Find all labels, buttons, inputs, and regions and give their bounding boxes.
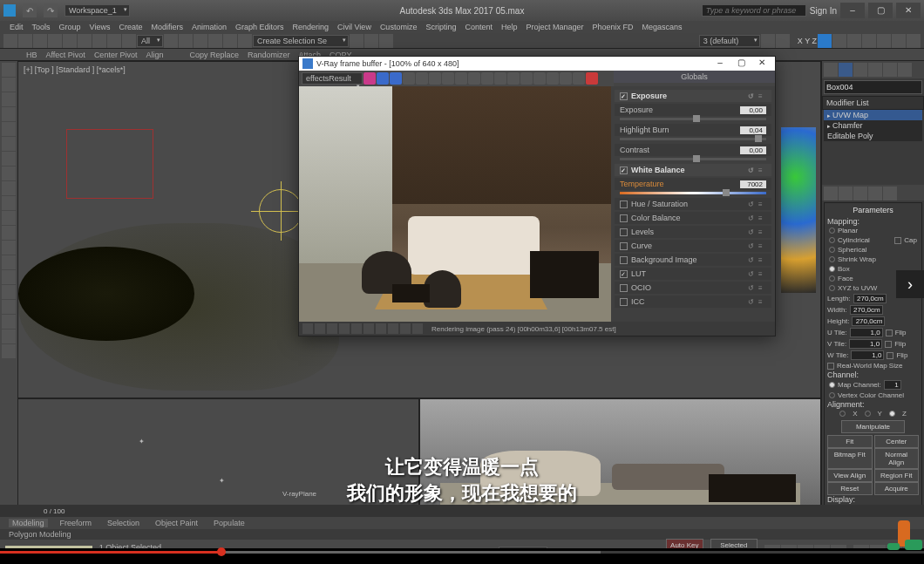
- hierarchy-tab-icon[interactable]: [853, 63, 867, 77]
- modifier-chamfer[interactable]: Chamfer: [824, 120, 922, 131]
- radio-cylindrical[interactable]: [829, 237, 835, 243]
- vfb-channel-dropdown[interactable]: effectsResult: [302, 72, 363, 85]
- viewport-label[interactable]: [+] [Top ] [Standard ] [*acels*]: [24, 65, 126, 74]
- tool-icon[interactable]: [2, 166, 16, 180]
- menu-icon[interactable]: ≡: [758, 228, 766, 236]
- ribbon-item[interactable]: Copy Replace: [189, 51, 239, 59]
- width-input[interactable]: 270,0cm: [850, 305, 883, 315]
- tab-modeling[interactable]: Modeling: [9, 519, 48, 527]
- vfb-tool-icon[interactable]: [520, 72, 533, 85]
- sign-in-button[interactable]: Sign In: [810, 6, 837, 16]
- tool-icon[interactable]: [2, 122, 16, 136]
- tab-freeform[interactable]: Freeform: [57, 519, 96, 527]
- radio-mapchannel[interactable]: [829, 382, 835, 388]
- wtile-input[interactable]: 1,0: [851, 350, 884, 360]
- whitebalance-header[interactable]: White Balance: [631, 166, 744, 174]
- object-filter-dropdown[interactable]: All: [137, 35, 163, 47]
- reset-icon[interactable]: ↺: [748, 92, 756, 100]
- tool-icon[interactable]: [2, 344, 16, 358]
- menu-project-manager[interactable]: Project Manager: [523, 23, 586, 31]
- pin-stack-icon[interactable]: [824, 187, 838, 200]
- tool-icon[interactable]: [78, 34, 92, 48]
- tool-icon[interactable]: [907, 34, 921, 48]
- tool-icon[interactable]: [107, 34, 121, 48]
- wflip-checkbox[interactable]: [887, 352, 893, 359]
- tool-icon[interactable]: [63, 34, 77, 48]
- ribbon-item[interactable]: Center Pivot: [94, 51, 138, 59]
- tool-icon[interactable]: [832, 34, 846, 48]
- mapchannel-input[interactable]: 1: [884, 380, 901, 390]
- modifier-uvw-map[interactable]: UVW Map: [824, 110, 922, 120]
- menu-icon[interactable]: ≡: [758, 270, 766, 278]
- radio-spherical[interactable]: [829, 247, 835, 253]
- tool-icon[interactable]: [2, 92, 16, 106]
- exposure-value[interactable]: 0,00: [740, 106, 766, 114]
- tool-icon[interactable]: [33, 34, 47, 48]
- ribbon-item[interactable]: HB: [26, 51, 37, 59]
- tool-icon[interactable]: [208, 34, 222, 48]
- video-scrubber-handle[interactable]: [217, 547, 226, 556]
- reset-icon[interactable]: ↺: [748, 214, 756, 222]
- tool-icon[interactable]: [364, 34, 378, 48]
- menu-views[interactable]: Views: [87, 23, 113, 31]
- menu-modifiers[interactable]: Modifiers: [148, 23, 186, 31]
- display-tab-icon[interactable]: [883, 63, 897, 77]
- modifier-editable-poly[interactable]: Editable Poly: [824, 131, 922, 141]
- acquire-button[interactable]: Acquire: [874, 482, 920, 495]
- tool-icon[interactable]: [122, 34, 136, 48]
- close-button[interactable]: ✕: [896, 3, 921, 18]
- menu-icon[interactable]: ≡: [758, 200, 766, 208]
- vfb-status-icon[interactable]: [412, 323, 423, 334]
- normalalign-button[interactable]: Normal Align: [874, 448, 920, 469]
- ribbon-item[interactable]: Align: [146, 51, 163, 59]
- modifier-list-dropdown[interactable]: Modifier List: [822, 96, 924, 110]
- tool-icon[interactable]: [2, 137, 16, 151]
- tool-icon[interactable]: [2, 300, 16, 314]
- vfb-tool-icon[interactable]: [403, 72, 415, 85]
- radio-vertexcolor[interactable]: [829, 392, 835, 398]
- vfb-status-icon[interactable]: [388, 323, 398, 334]
- radio-box[interactable]: [829, 266, 835, 272]
- highlight-slider[interactable]: [620, 138, 766, 140]
- contrast-slider[interactable]: [620, 158, 766, 160]
- menu-help[interactable]: Help: [499, 23, 520, 31]
- reset-icon[interactable]: ↺: [748, 298, 756, 306]
- tool-icon[interactable]: [2, 226, 16, 240]
- whitebalance-toggle[interactable]: [620, 166, 628, 174]
- exposure-toggle[interactable]: [620, 92, 628, 100]
- vfb-tool-icon[interactable]: [533, 72, 546, 85]
- selection-set-dropdown[interactable]: Create Selection Se: [253, 35, 349, 47]
- tool-icon[interactable]: [223, 34, 237, 48]
- vfb-status-icon[interactable]: [376, 323, 386, 334]
- render-icon[interactable]: [761, 34, 775, 48]
- vfb-status-icon[interactable]: [339, 323, 350, 334]
- tool-icon[interactable]: [2, 211, 16, 225]
- tab-selection[interactable]: Selection: [104, 519, 143, 527]
- curve-header[interactable]: Curve: [631, 241, 744, 250]
- tool-icon[interactable]: [2, 315, 16, 329]
- lut-toggle[interactable]: [620, 270, 628, 278]
- tool-icon[interactable]: [3, 34, 17, 48]
- tool-icon[interactable]: [847, 34, 861, 48]
- tool-icon[interactable]: [2, 196, 16, 210]
- menu-icon[interactable]: ≡: [758, 284, 766, 292]
- menu-tools[interactable]: Tools: [30, 23, 53, 31]
- menu-content[interactable]: Content: [462, 23, 495, 31]
- remove-modifier-icon[interactable]: [868, 187, 882, 200]
- tool-icon[interactable]: [2, 241, 16, 255]
- timeline[interactable]: 0 / 100: [0, 505, 924, 517]
- radio-planar[interactable]: [829, 228, 835, 234]
- menu-graph-editors[interactable]: Graph Editors: [233, 23, 287, 31]
- vfb-maximize-button[interactable]: ▢: [731, 58, 751, 70]
- utile-input[interactable]: 1,0: [850, 328, 883, 337]
- radio-shrinkwrap[interactable]: [829, 256, 835, 262]
- menu-phoenix-fd[interactable]: Phoenix FD: [590, 23, 636, 31]
- reset-icon[interactable]: ↺: [748, 200, 756, 208]
- create-tab-icon[interactable]: [824, 63, 838, 77]
- highlight-value[interactable]: 0,04: [740, 126, 766, 134]
- reset-icon[interactable]: ↺: [748, 256, 756, 264]
- vfb-render-view[interactable]: [299, 86, 611, 322]
- tool-icon[interactable]: [2, 270, 16, 284]
- ocio-toggle[interactable]: [620, 284, 628, 292]
- tool-icon[interactable]: [379, 34, 393, 48]
